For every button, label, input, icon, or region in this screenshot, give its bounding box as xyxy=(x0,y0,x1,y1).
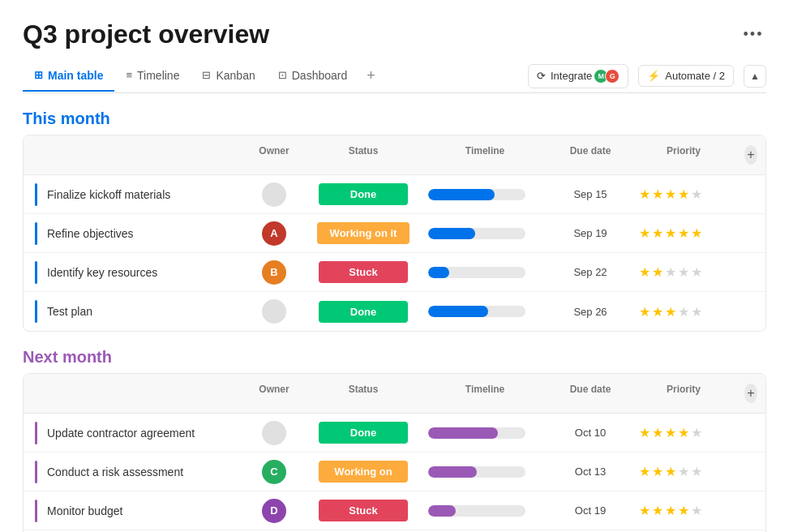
star-1: ★ xyxy=(639,264,650,280)
integrate-button[interactable]: ⟳ Integrate M G xyxy=(528,64,628,88)
th-priority-1: Priority xyxy=(631,142,736,168)
status-badge[interactable]: Stuck xyxy=(319,500,408,521)
task-name-cell: Conduct a risk assessment xyxy=(24,454,242,490)
owner-cell: C xyxy=(242,453,307,491)
task-name: Identify key resources xyxy=(47,266,157,279)
task-name: Refine objectives xyxy=(47,227,134,240)
star-4: ★ xyxy=(678,264,689,280)
table-row: Update contractor agreement Done Oct 10 … xyxy=(24,414,765,453)
task-name: Update contractor agreement xyxy=(47,427,195,440)
tab-timeline[interactable]: ≡ Timeline xyxy=(114,61,191,92)
th-add-col-2[interactable]: + xyxy=(736,380,765,406)
star-4: ★ xyxy=(678,187,689,202)
tab-kanban[interactable]: ⊟ Kanban xyxy=(191,61,266,92)
collapse-button[interactable]: ▲ xyxy=(744,65,766,88)
integrate-icon: ⟳ xyxy=(537,70,546,82)
timeline-fill xyxy=(428,466,477,478)
table-next-month: Owner Status Timeline Due date Priority … xyxy=(23,373,766,532)
timeline-bar xyxy=(428,267,525,278)
tabs-right: ⟳ Integrate M G ⚡ Automate / 2 ▲ xyxy=(528,64,766,88)
table-header-this-month: Owner Status Timeline Due date Priority … xyxy=(24,135,765,175)
integrate-avatars: M G xyxy=(597,69,620,84)
section-next-month-title: Next month xyxy=(23,348,112,367)
tab-group: ⊞ Main table ≡ Timeline ⊟ Kanban ⊡ Dashb… xyxy=(23,59,528,92)
priority-cell: ★ ★ ★ ★ ★ xyxy=(631,180,736,208)
owner-cell xyxy=(242,293,307,330)
avatar: D xyxy=(262,499,286,523)
add-tab-button[interactable]: + xyxy=(358,59,384,92)
table-row: Test plan Done Sep 26 ★ ★ ★ xyxy=(24,292,765,331)
page-title: Q3 project overview xyxy=(23,19,269,49)
row-add-cell xyxy=(736,504,765,517)
star-2: ★ xyxy=(652,425,663,440)
priority-cell: ★ ★ ★ ★ ★ xyxy=(631,457,736,486)
date-cell: Sep 19 xyxy=(550,221,631,246)
star-2: ★ xyxy=(652,503,663,518)
th-owner-2: Owner xyxy=(242,380,307,406)
th-add-col-1[interactable]: + xyxy=(736,142,765,168)
tab-kanban-label: Kanban xyxy=(216,69,255,82)
star-1: ★ xyxy=(639,225,650,241)
integrate-label: Integrate xyxy=(551,70,592,82)
star-4: ★ xyxy=(678,225,689,241)
status-cell[interactable]: Working on it xyxy=(307,216,420,251)
star-5: ★ xyxy=(691,503,702,518)
timeline-bar xyxy=(428,228,525,239)
status-badge[interactable]: Working on it xyxy=(317,222,410,244)
star-1: ★ xyxy=(639,464,650,479)
tabs-bar: ⊞ Main table ≡ Timeline ⊟ Kanban ⊡ Dashb… xyxy=(23,59,766,93)
task-name: Monitor budget xyxy=(47,504,122,517)
row-add-cell xyxy=(736,466,765,478)
date-cell: Oct 19 xyxy=(550,498,631,523)
timeline-bar xyxy=(428,189,525,200)
table-row: Refine objectives A Working on it Sep 19… xyxy=(24,214,765,253)
th-status-1: Status xyxy=(307,142,420,168)
automate-button[interactable]: ⚡ Automate / 2 xyxy=(638,65,734,87)
status-cell[interactable]: Stuck xyxy=(307,493,420,528)
star-4: ★ xyxy=(678,425,689,440)
avatar-placeholder xyxy=(262,299,286,324)
status-badge[interactable]: Done xyxy=(319,422,408,444)
priority-cell: ★ ★ ★ ★ ★ xyxy=(631,418,736,447)
avatar: A xyxy=(262,221,286,246)
timeline-icon: ≡ xyxy=(126,69,132,81)
status-badge[interactable]: Working on xyxy=(319,461,408,483)
tab-dashboard-label: Dashboard xyxy=(292,69,348,82)
add-column-button-2[interactable]: + xyxy=(744,384,757,403)
date-cell: Sep 26 xyxy=(550,299,631,324)
timeline-bar xyxy=(428,306,525,317)
status-cell[interactable]: Done xyxy=(307,294,420,329)
status-badge[interactable]: Done xyxy=(319,183,408,205)
date-cell: Oct 10 xyxy=(550,420,631,445)
color-bar xyxy=(35,183,37,206)
chevron-up-icon: ▲ xyxy=(750,71,760,82)
star-5: ★ xyxy=(691,304,702,320)
th-task-2 xyxy=(24,380,242,406)
task-name: Finalize kickoff materials xyxy=(47,188,170,201)
status-cell[interactable]: Working on xyxy=(307,454,420,489)
status-cell[interactable]: Stuck xyxy=(307,255,420,290)
status-cell[interactable]: Done xyxy=(307,415,420,450)
star-3: ★ xyxy=(665,503,676,518)
tab-dashboard[interactable]: ⊡ Dashboard xyxy=(267,61,359,92)
status-cell[interactable]: Done xyxy=(307,177,420,212)
avatar-placeholder xyxy=(262,182,286,207)
avatar-placeholder xyxy=(262,421,286,445)
tab-main-table[interactable]: ⊞ Main table xyxy=(23,61,114,92)
timeline-cell xyxy=(420,182,550,207)
status-badge[interactable]: Done xyxy=(319,301,408,323)
star-3: ★ xyxy=(665,264,676,280)
timeline-cell xyxy=(420,260,550,285)
status-badge[interactable]: Stuck xyxy=(319,261,408,283)
more-options-button[interactable]: ••• xyxy=(740,22,766,48)
star-1: ★ xyxy=(639,304,650,320)
timeline-cell xyxy=(420,299,550,324)
task-name-cell: Monitor budget xyxy=(24,493,242,529)
integrate-avatar-2: G xyxy=(605,69,620,84)
avatar: C xyxy=(262,460,286,484)
add-column-button-1[interactable]: + xyxy=(744,145,757,165)
star-3: ★ xyxy=(665,304,676,320)
priority-cell: ★ ★ ★ ★ ★ xyxy=(631,496,736,525)
priority-cell: ★ ★ ★ ★ ★ xyxy=(631,219,736,247)
star-2: ★ xyxy=(652,304,663,320)
